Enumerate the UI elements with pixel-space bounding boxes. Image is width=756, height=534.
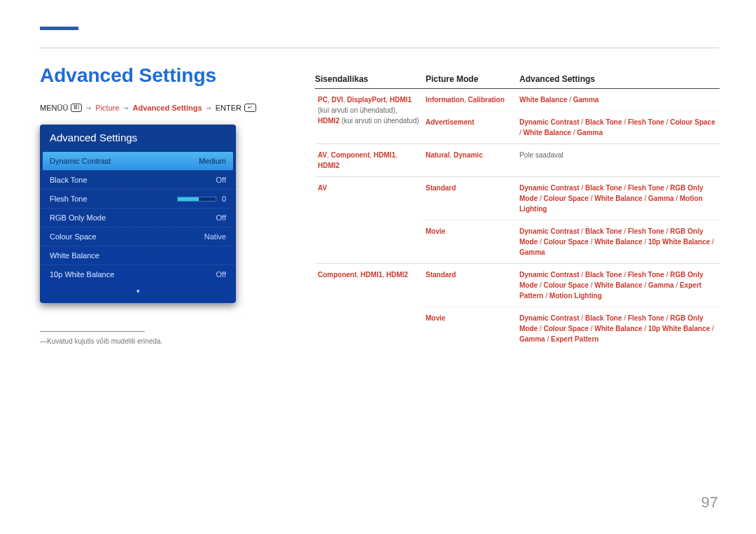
cell-advanced-settings: Dynamic Contrast / Black Tone / Flesh To… [517, 264, 720, 307]
menu-item-value: 0 [222, 195, 226, 203]
menu-item-label: Black Tone [50, 176, 88, 184]
advanced-settings-panel: Advanced Settings Dynamic ContrastMedium… [40, 125, 236, 303]
menu-item-dynamic-contrast[interactable]: Dynamic ContrastMedium [43, 152, 233, 170]
menu-item-label: Dynamic Contrast [50, 157, 111, 165]
th-advanced: Advanced Settings [517, 70, 720, 88]
page-number: 97 [701, 493, 718, 512]
cell-source: AV [315, 177, 423, 263]
chevron-down-icon[interactable]: ▾ [40, 283, 236, 295]
bc-arrow-3: → [205, 104, 213, 112]
header-band [40, 27, 78, 30]
menu-item-value: Off [216, 213, 226, 222]
menu-icon: ⅢⅠ [71, 104, 82, 112]
bc-enter: ENTER [216, 104, 241, 112]
panel-title: Advanced Settings [40, 125, 236, 152]
menu-item-label: Flesh Tone [50, 195, 88, 203]
cell-source: AV, Component, HDMI1, HDMI2 [315, 144, 423, 176]
breadcrumb: MENÜÜ ⅢⅠ → Picture → Advanced Settings →… [40, 104, 295, 112]
menu-item-white-balance[interactable]: White Balance [40, 246, 236, 265]
menu-item-value: Off [216, 270, 226, 279]
menu-item-flesh-tone[interactable]: Flesh Tone0 [40, 189, 236, 208]
cell-advanced-settings: Dynamic Contrast / Black Tone / Flesh To… [517, 177, 720, 220]
footnote-separator [40, 331, 145, 332]
footnote: ― Kuvatud kujutis võib mudeliti erineda. [40, 337, 295, 345]
bc-picture: Picture [95, 104, 119, 112]
table-row: PC, DVI, DisplayPort, HDMI1 (kui arvuti … [315, 89, 720, 144]
th-picturemode: Picture Mode [423, 70, 517, 88]
cell-advanced-settings: Dynamic Contrast / Black Tone / Flesh To… [517, 220, 720, 263]
table-row: Component, HDMI1, HDMI2StandardDynamic C… [315, 264, 720, 350]
cell-picture-mode: Advertisement [423, 111, 517, 143]
menu-item-value: Medium [199, 157, 226, 165]
bc-arrow-2: → [122, 104, 130, 112]
cell-source: Component, HDMI1, HDMI2 [315, 264, 423, 350]
cell-picture-mode: Movie [423, 220, 517, 263]
menu-item-black-tone[interactable]: Black ToneOff [40, 170, 236, 189]
menu-item-label: RGB Only Mode [50, 213, 106, 222]
slider[interactable] [177, 197, 216, 202]
cell-advanced-settings: Dynamic Contrast / Black Tone / Flesh To… [517, 307, 720, 350]
cell-picture-mode: Natural, Dynamic [423, 144, 517, 166]
page-title: Advanced Settings [40, 64, 295, 87]
footnote-text: Kuvatud kujutis võib mudeliti erineda. [47, 337, 162, 345]
menu-item-label: White Balance [50, 251, 99, 260]
cell-picture-mode: Information, Calibration [423, 89, 517, 111]
table-row: AV, Component, HDMI1, HDMI2Natural, Dyna… [315, 144, 720, 177]
table-header: Sisendallikas Picture Mode Advanced Sett… [315, 70, 720, 89]
menu-item-value: Off [216, 176, 226, 184]
cell-advanced-settings: White Balance / Gamma [517, 89, 720, 111]
left-column: Advanced Settings MENÜÜ ⅢⅠ → Picture → A… [40, 64, 295, 345]
right-column: Sisendallikas Picture Mode Advanced Sett… [315, 70, 720, 350]
header-line [40, 48, 719, 48]
bc-advanced: Advanced Settings [133, 104, 202, 112]
enter-icon: ↵ [244, 104, 256, 112]
cell-picture-mode: Standard [423, 264, 517, 307]
th-source: Sisendallikas [315, 70, 423, 88]
menu-item-10p-white-balance[interactable]: 10p White BalanceOff [40, 265, 236, 283]
cell-picture-mode: Movie [423, 307, 517, 350]
menu-item-label: 10p White Balance [50, 270, 114, 279]
cell-advanced-settings: Pole saadaval [517, 144, 720, 166]
table-row: AVStandardDynamic Contrast / Black Tone … [315, 177, 720, 264]
bc-menu: MENÜÜ [40, 104, 68, 112]
cell-picture-mode: Standard [423, 177, 517, 220]
bc-arrow-1: → [85, 104, 92, 112]
menu-item-rgb-only-mode[interactable]: RGB Only ModeOff [40, 208, 236, 227]
menu-item-value: Native [204, 232, 226, 241]
cell-advanced-settings: Dynamic Contrast / Black Tone / Flesh To… [517, 111, 720, 143]
cell-source: PC, DVI, DisplayPort, HDMI1 (kui arvuti … [315, 89, 423, 143]
menu-item-colour-space[interactable]: Colour SpaceNative [40, 227, 236, 246]
menu-item-label: Colour Space [50, 232, 97, 241]
